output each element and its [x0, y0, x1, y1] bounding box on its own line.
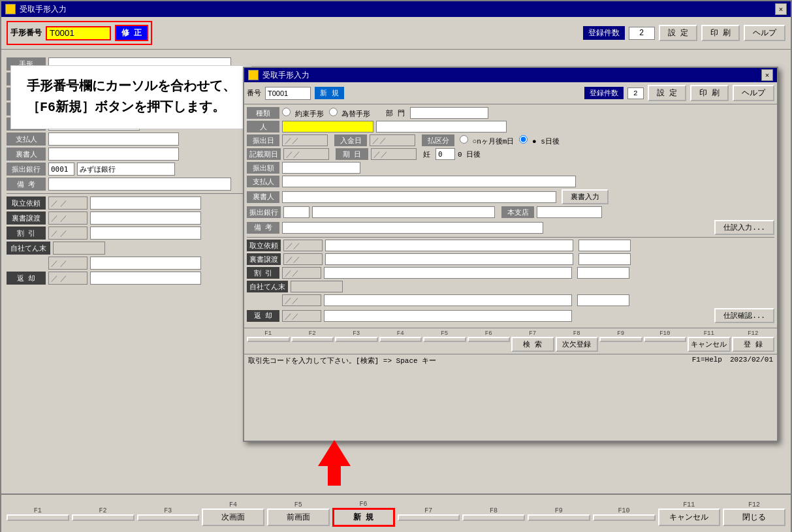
spacer-date[interactable]	[48, 257, 87, 270]
modal-furidashi-date[interactable]	[282, 134, 328, 146]
toritsuku-val[interactable]	[90, 196, 201, 210]
fn11-btn[interactable]: キャンセル	[658, 509, 721, 526]
toritsuku-date[interactable]	[48, 196, 87, 210]
modal-fn11-btn[interactable]: キャンセル	[688, 337, 731, 352]
modal-henkyaku-date[interactable]	[282, 310, 321, 322]
modal-kisai-date[interactable]	[283, 148, 329, 160]
settings-button[interactable]: 設 定	[659, 25, 697, 41]
fn4-btn[interactable]: 次画面	[202, 509, 264, 526]
spacer-val[interactable]	[90, 257, 201, 270]
henkyaku-date[interactable]	[48, 272, 87, 285]
n-month-radio[interactable]	[460, 135, 468, 144]
modal-form-number-input[interactable]	[265, 87, 311, 100]
modal-waribiki-val2[interactable]	[577, 267, 629, 279]
waribiki-val[interactable]	[90, 227, 201, 240]
modal-nyukin-date[interactable]	[370, 134, 415, 146]
modal-settings-button[interactable]: 設 定	[648, 85, 686, 101]
form-number-input[interactable]	[46, 26, 111, 40]
fn6-btn[interactable]: 新 規	[332, 508, 395, 527]
modal-fn2-btn[interactable]	[291, 337, 334, 342]
modal-furidashi-gaku-input[interactable]	[282, 162, 360, 174]
henkyaku-val[interactable]	[90, 272, 201, 285]
modal-bank-code[interactable]	[283, 206, 309, 218]
uragaki-jo-val[interactable]	[90, 211, 201, 225]
uragaki-input-btn[interactable]: 裏書入力	[562, 189, 609, 204]
fn9-btn[interactable]	[528, 514, 590, 521]
s-nichi-label[interactable]: ● s日後	[519, 135, 559, 146]
shiharai-input[interactable]	[48, 133, 179, 146]
modal-fn3-btn[interactable]	[335, 337, 378, 342]
biko-input[interactable]	[48, 178, 231, 191]
modal-toritsuku-val2[interactable]	[578, 240, 631, 251]
modal-fn4-label: F4	[397, 330, 404, 337]
modal-henkyaku-val[interactable]	[324, 310, 572, 322]
modal-fn10-btn[interactable]	[644, 337, 687, 342]
furidashi-bank-name[interactable]	[77, 163, 175, 176]
modal-nichi-val[interactable]	[436, 148, 455, 160]
yakusoku-radio-label[interactable]: 約束手形	[282, 108, 324, 119]
main-close-button[interactable]: ×	[775, 3, 787, 15]
modal-fn9-btn[interactable]	[599, 337, 642, 342]
modal-spacer-val2[interactable]	[577, 294, 629, 306]
modal-fn7-btn[interactable]: 検 索	[511, 337, 554, 352]
shiwake-input-btn[interactable]: 仕訳入力...	[714, 220, 774, 235]
s-nichi-radio[interactable]	[519, 135, 528, 144]
modal-uragaki-jo-val2[interactable]	[578, 253, 631, 265]
modal-furidashi-label: 振出日	[247, 134, 279, 146]
modal-fn1-btn[interactable]	[247, 337, 290, 342]
modal-spacer-val[interactable]	[324, 294, 572, 306]
fn1-btn[interactable]	[7, 514, 69, 521]
fn5-btn[interactable]: 前画面	[267, 509, 330, 526]
fn10-btn[interactable]	[593, 514, 656, 521]
modal-fn12-btn[interactable]: 登 録	[732, 337, 775, 352]
modal-fn4-btn[interactable]	[379, 337, 422, 342]
modal-biko-input[interactable]	[282, 222, 543, 234]
modal-fn8-btn[interactable]: 次欠登録	[556, 337, 599, 352]
modal-nin-input[interactable]	[282, 121, 373, 133]
modal-uragaki-jo-date[interactable]	[283, 253, 323, 265]
modal-honsiten-input[interactable]	[537, 206, 602, 218]
yakusoku-radio[interactable]	[282, 108, 291, 116]
furidashi-bank-code[interactable]	[48, 163, 74, 176]
fn7-btn[interactable]	[398, 514, 460, 521]
modal-toritsuku-date[interactable]	[283, 240, 323, 251]
modal-bumon-input[interactable]	[410, 107, 488, 119]
uragaki-input[interactable]	[48, 148, 179, 161]
fn3-btn[interactable]	[137, 514, 200, 521]
fn12-btn[interactable]: 閉じる	[723, 509, 785, 526]
waribiki-date[interactable]	[48, 227, 87, 240]
modal-uragaki-jo-val[interactable]	[325, 253, 573, 265]
modal-toritsuku-val[interactable]	[325, 240, 573, 251]
help-button[interactable]: ヘルプ	[744, 25, 785, 41]
modal-jisha-val[interactable]	[291, 281, 343, 292]
modal-window: 受取手形入力 × 番号 新 規 登録件数 2 設 定 印 刷 ヘルプ 種類	[243, 67, 778, 442]
modal-uragaki-input[interactable]	[282, 191, 556, 203]
fn8-btn[interactable]	[462, 514, 525, 521]
shiwaku-confirm-btn[interactable]: 仕訳確認...	[714, 308, 774, 323]
modal-print-button[interactable]: 印 刷	[690, 85, 729, 101]
jisha-val[interactable]	[53, 242, 105, 255]
modal-furidashi-bank-label: 振出銀行	[247, 206, 281, 218]
fn2-btn[interactable]	[72, 514, 135, 521]
modal-fn5-btn[interactable]	[423, 337, 466, 342]
uragaki-jo-date[interactable]	[48, 211, 87, 225]
modal-waribiki-date[interactable]	[282, 267, 321, 279]
modal-waribiki-val[interactable]	[324, 267, 572, 279]
modal-kijitsu-date[interactable]	[371, 148, 417, 160]
biko-label: 備 考	[7, 178, 46, 191]
modal-fn6-btn[interactable]	[467, 337, 511, 342]
modal-nin-name[interactable]	[376, 121, 507, 133]
fn10-label: F10	[618, 507, 630, 514]
modal-bank-name[interactable]	[312, 206, 495, 218]
modal-shiharai-input[interactable]	[282, 176, 576, 187]
modal-close-button[interactable]: ×	[761, 69, 773, 81]
modal-lower-toritsuku: 取立依頼	[247, 240, 774, 251]
n-month-label[interactable]: ○nヶ月後m日	[460, 135, 514, 146]
print-button[interactable]: 印 刷	[701, 25, 740, 41]
modal-spacer-date[interactable]	[282, 294, 321, 306]
fn1-key: F1	[7, 507, 69, 521]
kawase-radio[interactable]	[329, 108, 338, 116]
modal-help-button[interactable]: ヘルプ	[733, 85, 774, 101]
kawase-radio-label[interactable]: 為替手形	[329, 108, 371, 119]
modal-row-type: 種類 約束手形 為替手形 部 門	[247, 107, 774, 119]
